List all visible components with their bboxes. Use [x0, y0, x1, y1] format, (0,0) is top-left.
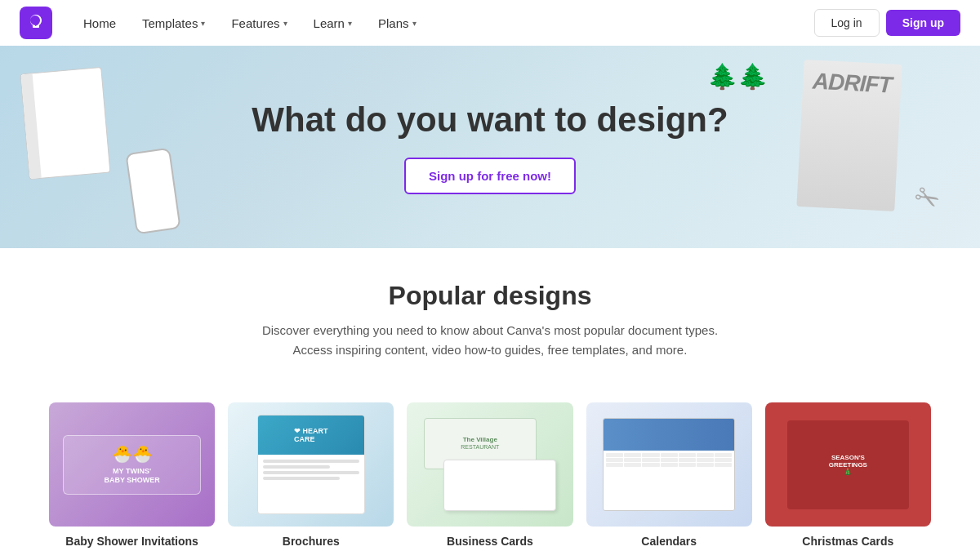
design-grid-row1: 🐣🐣 MY TWINS'BABY SHOWER Baby Shower Invi…: [0, 402, 980, 551]
design-card-brochures[interactable]: ❤ HEARTCARE Brochures: [228, 402, 394, 548]
popular-section: Popular designs Discover everything you …: [0, 248, 980, 402]
design-thumb-business-cards: The VillageRESTAURANT: [407, 402, 572, 527]
design-thumb-brochures: ❤ HEARTCARE: [228, 402, 394, 527]
hero-title: What do you want to design?: [252, 100, 728, 140]
design-card-christmas-cards[interactable]: SEASON'SGREETINGS🎄 Christmas Cards: [765, 402, 931, 548]
design-card-calendars[interactable]: Calendars: [586, 402, 752, 548]
nav-plans[interactable]: Plans ▾: [367, 10, 428, 37]
design-card-baby-shower[interactable]: 🐣🐣 MY TWINS'BABY SHOWER Baby Shower Invi…: [49, 402, 215, 548]
design-card-business-cards[interactable]: The VillageRESTAURANT Business Cards: [407, 402, 572, 548]
nav-logo[interactable]: [20, 7, 52, 39]
nav-home[interactable]: Home: [72, 10, 127, 37]
hero-content: What do you want to design? Sign up for …: [252, 100, 728, 193]
design-label-baby-shower: Baby Shower Invitations: [65, 535, 198, 548]
design-thumb-calendars: [586, 402, 752, 527]
templates-chevron-icon: ▾: [201, 19, 205, 28]
deco-magazine: ADRIFT: [796, 60, 902, 211]
design-label-brochures: Brochures: [283, 535, 340, 548]
design-thumb-baby-shower: 🐣🐣 MY TWINS'BABY SHOWER: [49, 402, 215, 527]
navbar: Home Templates ▾ Features ▾ Learn ▾ Plan…: [0, 0, 980, 46]
deco-notebook: [20, 67, 111, 180]
hero-section: 🌲🌲 ADRIFT ✂ What do you want to design? …: [0, 46, 980, 248]
design-label-calendars: Calendars: [641, 535, 697, 548]
features-chevron-icon: ▾: [283, 19, 287, 28]
nav-templates[interactable]: Templates ▾: [131, 10, 216, 37]
nav-features[interactable]: Features ▾: [220, 10, 298, 37]
deco-phone: [125, 148, 180, 235]
popular-title: Popular designs: [49, 281, 931, 311]
nav-learn[interactable]: Learn ▾: [302, 10, 363, 37]
design-label-christmas-cards: Christmas Cards: [802, 535, 893, 548]
deco-scissors-icon: ✂: [908, 177, 947, 219]
hero-cta-button[interactable]: Sign up for free now!: [404, 158, 576, 194]
learn-chevron-icon: ▾: [348, 19, 352, 28]
signup-button[interactable]: Sign up: [886, 10, 960, 36]
design-thumb-christmas-cards: SEASON'SGREETINGS🎄: [765, 402, 931, 527]
login-button[interactable]: Log in: [814, 9, 880, 37]
deco-cones-icon: 🌲🌲: [707, 62, 768, 91]
popular-desc: Discover everything you need to know abo…: [245, 321, 735, 360]
plans-chevron-icon: ▾: [412, 19, 416, 28]
design-label-business-cards: Business Cards: [447, 535, 533, 548]
